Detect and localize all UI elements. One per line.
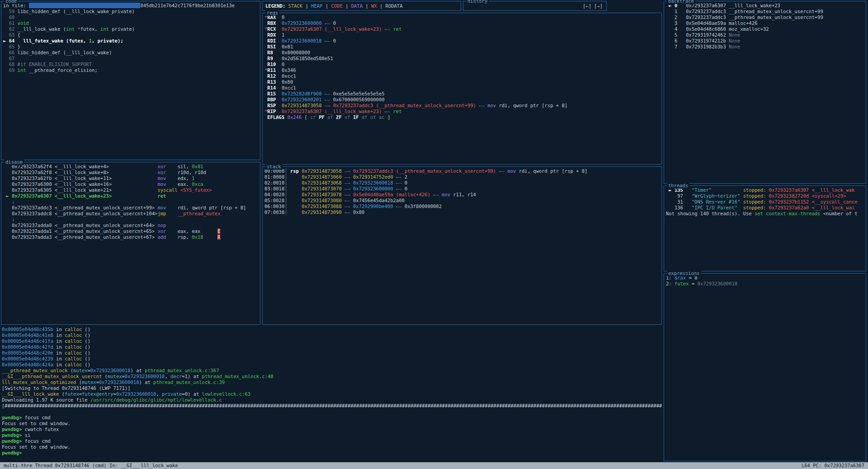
register-line: R10 0 — [264, 62, 660, 67]
history-back-button[interactable]: [←] — [583, 3, 591, 9]
output-line: lll_mutex_unlock_optimized (mutex=0x7293… — [2, 379, 662, 385]
backtrace-panel-title: backtrace — [667, 0, 695, 4]
source-line: 66 libc_hidden_def (__lll_lock_wake) — [3, 50, 258, 56]
status-bar-right: L64 PC: 0x7293237a6307 — [802, 462, 864, 469]
pwndbg-terminal: code In file: 845db211e7b42c7176f9be21b8… — [0, 0, 868, 469]
output-line: 0x00005e04d48c435b in calloc () — [2, 327, 662, 332]
backtrace-frame: 1 0x7293237addc3 __pthread_mutex_unlock_… — [666, 9, 864, 14]
output-line: Focus set to cmd window. — [2, 444, 662, 450]
disassembly-line: 0x7293237adda0 <__pthread_mutex_unlock_u… — [3, 223, 258, 228]
backtrace-frame: 6 0x72931974212b None — [666, 38, 864, 44]
thread-line: ► 135 "Timer" stopped: 0x7293237a6307 <_… — [666, 187, 864, 193]
disassembly-line: 0x7293237a6300 <__lll_lock_wake+16> mov … — [3, 181, 258, 187]
history-forward-button[interactable]: [→] — [594, 3, 603, 9]
threads-view: ► 135 "Timer" stopped: 0x7293237a6307 <_… — [664, 186, 866, 271]
register-line: *RCX 0x7293237a6307 (__lll_lock_wake+23)… — [264, 26, 660, 32]
register-line: R15 0x729282d8f900 ←— 0xe5e5e5e5e5e5e5e5 — [264, 91, 660, 97]
backtrace-frame: 5 0x729319742462 None — [666, 32, 864, 38]
register-line: RSI 0x81 — [264, 44, 660, 50]
register-line: R13 0x80 — [264, 79, 660, 85]
registers-panel-title: regs — [265, 10, 279, 16]
source-line: 61 void — [3, 20, 258, 26]
disassembly-line: 0x7293237adda1 <__pthread_mutex_unlock_u… — [3, 228, 258, 234]
output-line: __GI___pthread_mutex_unlock_usercnt (mut… — [2, 374, 662, 379]
history-panel-title: history — [466, 0, 489, 4]
register-line: R8 0x80008000 — [264, 50, 660, 56]
disassembly-line: ↓ — [3, 217, 258, 223]
source-line: 63 { — [3, 32, 258, 38]
source-line: 60 — [3, 14, 258, 20]
output-line: 0x00005e04d48c41e8 in calloc () — [2, 332, 662, 338]
code-panel: code In file: 845db211e7b42c7176f9be21b8… — [1, 1, 260, 160]
stack-line: 01:0008│ 0x729314873060 —→ 0x729314752ed… — [264, 174, 660, 180]
stack-view: 00:0000│ rsp 0x729314873058 —→ 0x7293237… — [263, 167, 661, 324]
stack-line: 00:0000│ rsp 0x729314873058 —→ 0x7293237… — [264, 168, 660, 174]
output-line: Focus set to cmd window. — [2, 421, 662, 426]
expressions-view: 1: $rax = 02: futex = 0x729323600018 — [664, 274, 866, 461]
status-bar: multi-thre Thread 0x7293148746 (cmd) In:… — [0, 462, 868, 469]
output-line: 0x00005e04d48c4239 in calloc () — [2, 356, 662, 362]
stack-line: 06:0030│ 0x729314873088 —→ 0x7292990be40… — [264, 204, 660, 209]
output-line: ___pthread_mutex_unlock (mutex=0x7293236… — [2, 368, 662, 374]
disassembly-line: 0x7293237addc8 <__pthread_mutex_unlock_u… — [3, 211, 258, 217]
register-line: R14 0xcc1 — [264, 85, 660, 91]
output-line: 0x00005e04d48c424a in calloc () — [2, 362, 662, 368]
threads-panel: threads ► 135 "Timer" stopped: 0x7293237… — [664, 185, 866, 271]
expressions-panel-title: expressions — [667, 270, 701, 276]
register-line: RDI 0x729323600018 ←— 0 — [264, 38, 660, 44]
register-line: RSP 0x729314873058 —→ 0x7293237addc3 (__… — [264, 103, 660, 109]
source-line: 65 } — [3, 44, 258, 50]
backtrace-frame: 3 0x5e04d48ae59a malloc+426 — [666, 20, 864, 26]
register-line: *R11 0x346 — [264, 67, 660, 73]
backtrace-view: ► 0 0x7293237a6307 __lll_lock_wake+23 1 … — [664, 1, 866, 183]
stack-panel: stack 00:0000│ rsp 0x729314873058 —→ 0x7… — [262, 166, 662, 325]
register-line: RDX 1 — [264, 32, 660, 38]
status-bar-left: multi-thre Thread 0x7293148746 (cmd) In:… — [4, 462, 178, 469]
disassembly-panel: disasm 0x7293237a62f4 <__lll_lock_wake+4… — [1, 162, 260, 325]
register-line: *RAX 0 — [264, 14, 660, 20]
source-line: 69 int __pthread_force_elision; — [3, 67, 258, 73]
disassembly-line: 0x7293237a62f8 <__lll_lock_wake+8> xor r… — [3, 170, 258, 175]
output-line: pwndbg> si — [2, 432, 662, 438]
output-line: Downloading 1.97 K source file /usr/src/… — [2, 397, 662, 403]
backtrace-panel: backtrace ► 0 0x7293237a6307 __lll_lock_… — [664, 1, 866, 184]
disassembly-line: 0x7293237a6305 <__lll_lock_wake+21> sysc… — [3, 187, 258, 193]
disassembly-line: 0x7293237addc3 <__pthread_mutex_unlock_u… — [3, 205, 258, 211]
gdb-output: 0x00005e04d48c435b in calloc ()0x00005e0… — [2, 327, 662, 461]
disassembly-line: 0x7293237adda3 <__pthread_mutex_unlock_u… — [3, 234, 258, 240]
backtrace-frame: 7 0x72931982b3b3 None — [666, 44, 864, 50]
register-line: RBP 0x729323600201 ←— 0x6700000569000000 — [264, 97, 660, 103]
thread-line: 97 "WrGlyph~terizer" stopped: 0x72932382… — [666, 193, 864, 199]
legend-panel: LEGEND: STACK | HEAP | CODE | DATA | WX … — [262, 1, 461, 11]
output-line: 0x00005e04d48c420e in calloc () — [2, 350, 662, 356]
stack-line: 05:0028│ 0x729314873080 ←— 0x7456e45da42… — [264, 198, 660, 204]
source-line: 62 __lll_lock_wake (int *futex, int priv… — [3, 26, 258, 32]
expressions-panel: expressions 1: $rax = 02: futex = 0x7293… — [664, 273, 866, 461]
disassembly-panel-title: disasm — [4, 159, 24, 165]
history-panel: history [←] [→] — [463, 1, 607, 11]
threads-panel-title: threads — [667, 183, 689, 189]
register-line: RBX 0x729323600000 ←— 0 — [264, 20, 660, 26]
disassembly-line: 0x7293237a62f4 <__lll_lock_wake+4> xor s… — [3, 164, 258, 170]
output-line: pwndbg> focus cmd — [2, 438, 662, 444]
stack-line: 03:0018│ 0x729314873070 —→ 0x72932360000… — [264, 186, 660, 192]
register-line: R12 0xcc1 — [264, 73, 660, 79]
backtrace-frame: 4 0x5e04d48c6860 moz_xmalloc+32 — [666, 26, 864, 32]
output-line: [#######################################… — [2, 403, 662, 409]
thread-line: Not showing 140 thread(s). Use set conte… — [666, 211, 864, 217]
output-line: 0x00005e04d48c41fa in calloc () — [2, 338, 662, 344]
output-line: [Switching to Thread 0x7293148746 (LWP 7… — [2, 385, 662, 391]
registers-view: *RAX 0 RBX 0x729323600000 ←— 0*RCX 0x729… — [263, 13, 661, 164]
stack-line: 04:0020│ 0x729314873078 —→ 0x5e04d48ae59… — [264, 192, 660, 198]
output-line: 0x00005e04d48c42fd in calloc () — [2, 344, 662, 350]
backtrace-frame: 2 0x7293237addc3 __pthread_mutex_unlock_… — [666, 14, 864, 20]
thread-line: 136 "IPC I/O Parent" stopped: 0x7293237a… — [666, 205, 864, 211]
register-line: EFLAGS 0x246 [ cf PF af ZF sf IF df of a… — [264, 114, 660, 120]
source-line: ► 64 lll_futex_wake (futex, 1, private); — [3, 38, 258, 44]
register-line: R9 0x2d561850ed580e51 — [264, 56, 660, 62]
thread-line: 31 "DNS Res~ver #16" stopped: 0x7293237b… — [666, 199, 864, 205]
source-line: 59 libc_hidden_def (__lll_lock_wake_priv… — [3, 9, 258, 14]
command-prompt[interactable]: pwndbg> — [2, 450, 662, 456]
stack-line: 02:0010│ 0x729314873068 —→ 0x72932360001… — [264, 180, 660, 186]
output-line — [2, 409, 662, 415]
